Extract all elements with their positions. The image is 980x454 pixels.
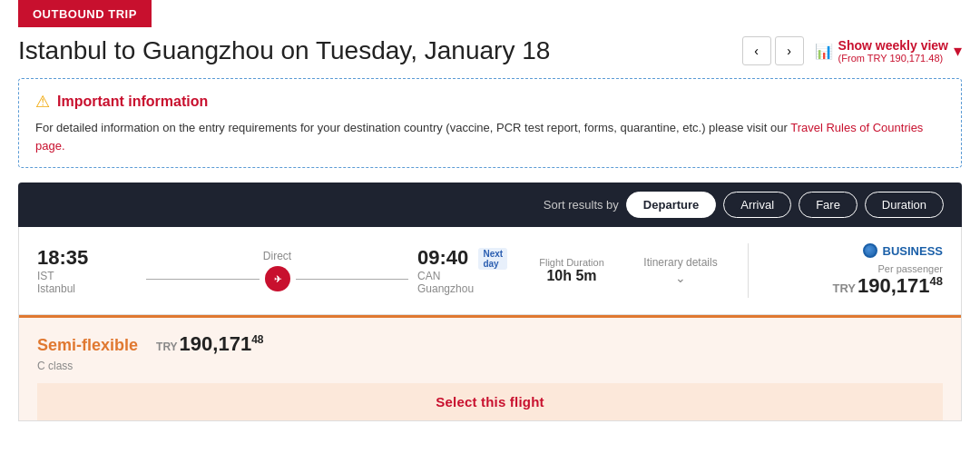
flight-duration: Flight Duration 10h 5m — [517, 257, 626, 284]
info-body: For detailed information on the entry re… — [35, 119, 945, 154]
route-type: Direct — [263, 250, 291, 262]
outbound-trip-label: OUTBOUND TRIP — [33, 7, 137, 21]
route-line-right — [296, 279, 409, 280]
airline-logo: ✈ — [265, 266, 290, 291]
header-controls: ‹ › 📊 Show weekly view (From TRY 190,171… — [742, 36, 962, 65]
sort-departure-button[interactable]: Departure — [626, 192, 716, 218]
duration-value: 10h 5m — [517, 268, 626, 284]
next-date-button[interactable]: › — [775, 36, 804, 65]
itinerary-chevron: ⌄ — [626, 271, 735, 285]
cabin-class-label: BUSINESS — [883, 244, 943, 258]
header-row: Istanbul to Guangzhou on Tuesday, Januar… — [0, 36, 980, 78]
sort-duration-button[interactable]: Duration — [865, 192, 944, 218]
arrival-time: 09:40 Nextday — [417, 246, 517, 270]
next-day-badge: Nextday — [478, 248, 507, 270]
itinerary-details[interactable]: Itinerary details ⌄ — [626, 256, 735, 285]
prev-date-button[interactable]: ‹ — [742, 36, 771, 65]
fare-name: Semi-flexible — [37, 336, 138, 355]
flight-price-section: BUSINESS Per passenger TRY190,17148 — [761, 243, 943, 298]
fare-card: Semi-flexible TRY190,17148 C class Selec… — [19, 315, 961, 420]
important-info-box: ⚠ Important information For detailed inf… — [18, 78, 962, 168]
page-title: Istanbul to Guangzhou on Tuesday, Januar… — [18, 36, 550, 65]
outbound-trip-badge: OUTBOUND TRIP — [18, 0, 152, 27]
airline-logo-symbol: ✈ — [274, 274, 281, 284]
sort-arrival-button[interactable]: Arrival — [723, 192, 791, 218]
itinerary-label: Itinerary details — [626, 256, 735, 269]
business-badge: BUSINESS — [761, 243, 943, 258]
flight-main: 18:35 IST Istanbul Direct ✈ 09:40 Nextda… — [37, 246, 735, 295]
info-title-row: ⚠ Important information — [35, 92, 945, 112]
flight-route: Direct ✈ — [137, 250, 417, 291]
chart-icon: 📊 — [815, 43, 833, 60]
sort-bar: Sort results by Departure Arrival Fare D… — [18, 183, 962, 227]
route-line-left — [146, 279, 260, 280]
arrival-code: CAN — [417, 270, 517, 282]
info-title: Important information — [57, 94, 208, 110]
flight-divider — [748, 243, 749, 298]
fare-price-currency: TRY — [156, 340, 178, 353]
arrival-city: Guangzhou — [417, 282, 517, 295]
route-line: ✈ — [146, 266, 408, 291]
departure-code: IST — [37, 270, 137, 282]
sort-label: Sort results by — [544, 198, 619, 212]
weekly-view-toggle[interactable]: 📊 Show weekly view (From TRY 190,171.48)… — [815, 38, 962, 64]
departure-time: 18:35 — [37, 246, 137, 270]
fare-header: Semi-flexible TRY190,17148 — [37, 332, 943, 356]
flight-price: TRY190,17148 — [761, 274, 943, 298]
warning-icon: ⚠ — [35, 92, 50, 112]
fare-section: Semi-flexible TRY190,17148 C class Selec… — [18, 315, 962, 421]
select-flight-button[interactable]: Select this flight — [37, 383, 943, 420]
price-currency: TRY — [832, 281, 856, 295]
price-cents: 48 — [930, 274, 943, 288]
flight-card: 18:35 IST Istanbul Direct ✈ 09:40 Nextda… — [18, 227, 962, 315]
per-passenger-label: Per passenger — [761, 263, 943, 274]
sort-fare-button[interactable]: Fare — [799, 192, 858, 218]
fare-price: TRY190,17148 — [156, 332, 263, 356]
fare-class: C class — [37, 360, 943, 372]
weekly-view-chevron: ▾ — [954, 41, 962, 61]
weekly-view-label: Show weekly view (From TRY 190,171.48) — [838, 38, 948, 64]
fare-price-cents: 48 — [251, 333, 263, 346]
departure-city: Istanbul — [37, 282, 137, 295]
info-text-content: For detailed information on the entry re… — [35, 121, 788, 134]
flight-arrival: 09:40 Nextday CAN Guangzhou — [417, 246, 517, 295]
flight-departure: 18:35 IST Istanbul — [37, 246, 137, 295]
business-dot-icon — [863, 243, 877, 258]
date-nav: ‹ › — [742, 36, 804, 65]
duration-label: Flight Duration — [517, 257, 626, 268]
